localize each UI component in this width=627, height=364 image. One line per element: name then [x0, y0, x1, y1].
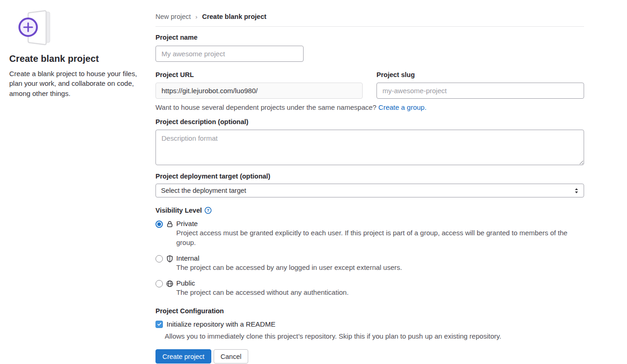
select-up-down-icon	[574, 188, 579, 194]
namespace-hint-text: Want to house several dependent projects…	[155, 103, 376, 111]
globe-icon	[166, 280, 173, 287]
internal-radio[interactable]	[155, 255, 163, 263]
help-question-icon[interactable]: ?	[204, 207, 212, 214]
shield-icon	[166, 255, 173, 263]
create-blank-project-page: Create blank project Create a blank proj…	[0, 0, 627, 364]
project-name-input[interactable]	[155, 46, 304, 62]
create-group-link[interactable]: Create a group.	[378, 103, 426, 111]
visibility-level-group: Visibility Level ? Private Project acces…	[155, 207, 584, 297]
project-url-input[interactable]	[155, 83, 363, 99]
project-url-group: Project URL	[155, 71, 363, 99]
cancel-button[interactable]: Cancel	[214, 349, 248, 364]
sidebar: Create blank project Create a blank proj…	[9, 5, 148, 98]
project-description-textarea[interactable]	[155, 130, 584, 165]
visibility-level-label: Visibility Level	[155, 207, 202, 214]
deployment-target-group: Project deployment target (optional) Sel…	[155, 173, 584, 197]
public-radio[interactable]	[155, 280, 163, 287]
project-name-group: Project name	[155, 34, 584, 62]
deployment-target-selected-value: Select the deployment target	[161, 187, 246, 194]
project-description-group: Project description (optional)	[155, 118, 584, 165]
project-configuration-group: Project Configuration Initialize reposit…	[155, 307, 584, 340]
url-slug-row: Project URL Project slug	[155, 71, 584, 99]
breadcrumb-separator-icon: ›	[196, 13, 197, 20]
new-project-illustration-icon	[9, 5, 52, 46]
create-project-button[interactable]: Create project	[155, 349, 211, 364]
private-option-label: Private	[176, 220, 584, 227]
project-url-label: Project URL	[155, 71, 363, 78]
lock-icon	[166, 221, 173, 228]
project-slug-input[interactable]	[376, 83, 584, 99]
page-title: Create blank project	[9, 54, 148, 64]
visibility-option-private[interactable]: Private Project access must be granted e…	[155, 220, 584, 247]
readme-checkbox-label: Initialize repository with a README	[167, 320, 275, 328]
visibility-option-internal[interactable]: Internal The project can be accessed by …	[155, 254, 584, 272]
checkmark-icon	[157, 322, 162, 327]
form-actions: Create project Cancel	[155, 349, 584, 364]
project-name-label: Project name	[155, 34, 584, 41]
readme-checkbox-row[interactable]: Initialize repository with a README	[155, 320, 584, 328]
public-option-label: Public	[176, 279, 349, 287]
breadcrumb: New project › Create blank project	[155, 0, 584, 27]
project-configuration-label: Project Configuration	[155, 307, 584, 315]
page-description: Create a blank project to house your fil…	[9, 69, 148, 98]
project-slug-group: Project slug	[376, 71, 584, 99]
form-column: New project › Create blank project Proje…	[155, 0, 584, 364]
project-slug-label: Project slug	[376, 71, 584, 78]
breadcrumb-current: Create blank project	[202, 13, 266, 20]
private-radio[interactable]	[155, 221, 163, 228]
private-option-description: Project access must be granted explicitl…	[176, 228, 584, 247]
namespace-hint: Want to house several dependent projects…	[155, 103, 584, 111]
internal-option-description: The project can be accessed by any logge…	[176, 263, 402, 272]
readme-checkbox[interactable]	[155, 321, 163, 328]
readme-help-text: Allows you to immediately clone this pro…	[165, 332, 584, 340]
internal-option-label: Internal	[176, 254, 402, 262]
deployment-target-select[interactable]: Select the deployment target	[155, 184, 584, 197]
svg-text:?: ?	[207, 208, 210, 213]
public-option-description: The project can be accessed without any …	[176, 287, 349, 297]
deployment-target-label: Project deployment target (optional)	[155, 173, 584, 180]
project-description-label: Project description (optional)	[155, 118, 584, 125]
visibility-option-public[interactable]: Public The project can be accessed witho…	[155, 279, 584, 297]
breadcrumb-new-project[interactable]: New project	[155, 13, 191, 20]
